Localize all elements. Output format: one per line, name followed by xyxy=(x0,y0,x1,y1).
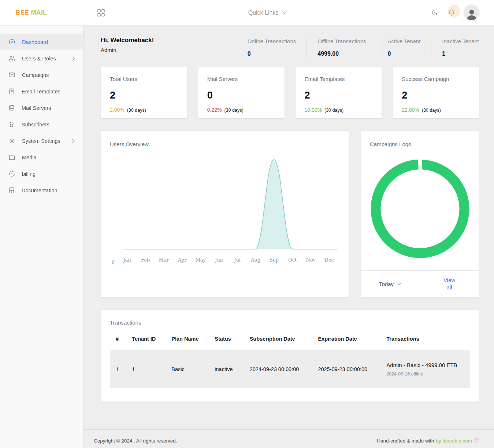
logo-text-mail: MAIL xyxy=(31,9,47,16)
cell-num: 1 xyxy=(110,350,126,388)
cell-expiration-date: 2025-09-23 00:00:00 xyxy=(312,350,380,388)
donut-chart xyxy=(371,159,469,258)
chevron-right-icon xyxy=(71,139,75,143)
top-header: BEE MAIL Quick Links xyxy=(0,0,494,26)
card-title: Email Templates xyxy=(305,76,373,82)
view-all-link[interactable]: View all xyxy=(441,277,458,292)
sidebar-item-documentation[interactable]: Documentation xyxy=(0,182,83,199)
x-axis-label: Nov xyxy=(302,257,320,263)
x-axis-labels: Jan Feb Mar Apr May Jun Jul Aug Sep Oct … xyxy=(118,257,338,263)
stat-online-transactions: Online Transactions 0 xyxy=(237,37,307,59)
greeting-title: Hi, Welcomeback! xyxy=(101,37,154,44)
stat-value: 1 xyxy=(442,51,479,57)
x-axis-label: Mar xyxy=(155,257,173,263)
footer-copyright: Copyright © 2024 . All rights reserved. xyxy=(94,438,177,444)
page-footer: Copyright © 2024 . All rights reserved. … xyxy=(83,429,494,448)
card-percent: 2.00% xyxy=(110,107,125,113)
card-title: Total Users xyxy=(110,76,178,82)
column-header-transactions: Transactions xyxy=(380,331,470,350)
card-percent: 10.00% xyxy=(305,107,322,113)
footer-credit-link[interactable]: by devethio.com xyxy=(436,438,472,444)
top-stats-strip: Online Transactions 0 Offline Transactio… xyxy=(237,37,479,59)
sidebar-item-system-settings[interactable]: System Settings xyxy=(0,133,83,149)
apps-grid-icon[interactable] xyxy=(97,9,105,17)
column-header-plan-name: Plan Name xyxy=(166,331,209,350)
sidebar-item-dashboard[interactable]: Dashboard xyxy=(0,34,83,50)
sidebar-item-mail-servers[interactable]: Mail Servers xyxy=(0,100,83,116)
campaigns-logs-title: Campaigns Logs xyxy=(361,141,479,147)
sidebar-item-label: billing xyxy=(22,171,75,177)
sidebar-item-email-templates[interactable]: Email Templates xyxy=(0,83,83,100)
greeting-block: Hi, Welcomeback! Admin, xyxy=(101,37,154,53)
gear-icon xyxy=(8,137,15,144)
transaction-sub: 2024-09-16 offline xyxy=(386,371,464,377)
sidebar-item-media[interactable]: Media xyxy=(0,149,83,166)
card-total-users: Total Users 2 2.00% (30 days) xyxy=(101,67,187,118)
chevron-right-icon xyxy=(71,56,75,61)
users-icon xyxy=(8,55,15,62)
x-axis-label: Jan xyxy=(118,257,136,263)
database-icon xyxy=(8,104,15,111)
stat-label: Active Tenant xyxy=(388,38,421,44)
card-title: Success Campaign xyxy=(402,76,470,82)
sidebar-item-label: Media xyxy=(22,155,75,160)
card-value: 2 xyxy=(110,90,178,101)
stat-value: 4999.00 xyxy=(317,51,366,57)
sidebar-item-billing[interactable]: billing xyxy=(0,166,83,182)
greeting-subtitle: Admin, xyxy=(101,47,154,53)
card-percent: 0.22% xyxy=(207,107,222,113)
cell-subscription-date: 2024-09-23 00:00:00 xyxy=(244,350,312,388)
x-axis-label: Aug xyxy=(246,257,265,263)
card-title: Mail Servers xyxy=(207,76,275,82)
document-icon xyxy=(8,187,15,194)
card-percent: 22.00% xyxy=(402,107,419,113)
medal-icon xyxy=(8,121,15,128)
user-avatar[interactable] xyxy=(464,5,479,20)
avatar-silhouette-icon xyxy=(465,8,478,20)
heart-icon: ♡ xyxy=(474,437,479,444)
stat-active-tenant: Active Tenant 0 xyxy=(377,37,431,59)
column-header-num: # xyxy=(110,331,126,350)
sidebar-item-label: Subscribers xyxy=(22,122,75,127)
x-axis-label: Jun xyxy=(210,257,228,263)
transactions-title: Transactions xyxy=(110,319,470,326)
card-mail-servers: Mail Servers 0 0.22% (30 days) xyxy=(198,67,285,118)
cell-plan-name: Basic xyxy=(166,350,209,388)
quick-links-dropdown[interactable]: Quick Links xyxy=(248,10,287,16)
column-header-tenant-id: Tenant ID xyxy=(126,331,166,350)
notifications-button[interactable] xyxy=(447,8,456,17)
today-dropdown[interactable]: Today xyxy=(379,281,402,287)
x-axis-label: Feb xyxy=(136,257,155,263)
badge-icon xyxy=(8,170,15,177)
sidebar-item-label: Documentation xyxy=(22,188,75,193)
area-chart-svg xyxy=(118,157,338,251)
campaigns-logs-card: Campaigns Logs Today View all xyxy=(361,130,479,297)
sidebar-item-campaigns[interactable]: Campaigns xyxy=(0,67,83,83)
card-success-campaign: Success Campaign 2 22.00% (30 days) xyxy=(393,67,479,118)
card-period: (30 days) xyxy=(422,108,441,113)
cell-status: inactive xyxy=(209,350,244,388)
cell-tenant-id: 1 xyxy=(126,350,166,388)
envelope-icon xyxy=(8,71,15,78)
transactions-card: Transactions # Tenant ID Plan Name Statu… xyxy=(101,310,479,402)
stat-label: Inactive Tenant xyxy=(442,38,479,44)
x-axis-label: May xyxy=(192,257,210,263)
sidebar-nav: Dashboard Users & Roles Campaigns Email … xyxy=(0,26,83,448)
sidebar-item-label: Campaigns xyxy=(22,72,75,78)
quick-links-label: Quick Links xyxy=(248,10,279,16)
sidebar-item-subscribers[interactable]: Subscribers xyxy=(0,116,83,133)
footer-made-with: Hand-crafted & made with xyxy=(377,438,434,444)
sidebar-item-label: System Settings xyxy=(22,138,71,144)
stat-value: 0 xyxy=(388,51,421,57)
sidebar-item-label: Dashboard xyxy=(22,39,75,45)
dark-mode-toggle[interactable] xyxy=(430,8,439,17)
y-axis-tick: 0 xyxy=(112,260,115,265)
template-icon xyxy=(8,88,15,95)
transactions-table: # Tenant ID Plan Name Status Subscriptio… xyxy=(110,331,470,388)
card-period: (30 days) xyxy=(224,108,243,113)
gauge-icon xyxy=(8,38,15,45)
sidebar-item-label: Mail Servers xyxy=(22,105,75,111)
sidebar-item-users-roles[interactable]: Users & Roles xyxy=(0,50,83,67)
app-logo: BEE MAIL xyxy=(0,9,83,16)
column-header-expiration-date: Expiration Date xyxy=(312,331,380,350)
